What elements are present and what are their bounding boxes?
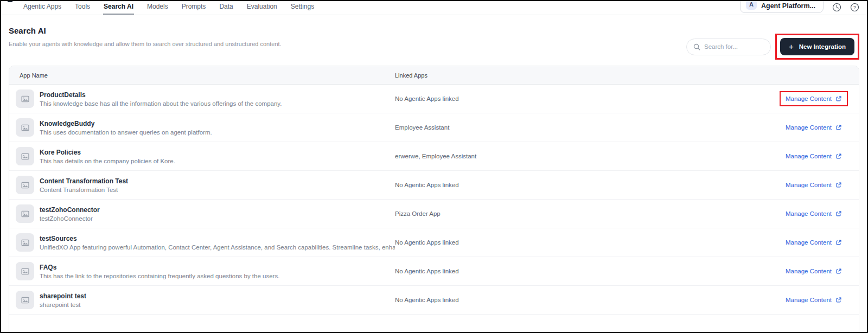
search-icon — [693, 43, 700, 50]
manage-content-link[interactable]: Manage Content — [786, 182, 842, 188]
table-row: Content Transformation Test Content Tran… — [9, 171, 859, 200]
app-name: KnowledgeBuddy — [40, 120, 212, 127]
external-link-icon — [835, 153, 842, 159]
linked-apps-value: No Agentic Apps linked — [395, 95, 737, 102]
manage-content-link[interactable]: Manage Content — [786, 239, 842, 246]
plus-icon: + — [789, 42, 794, 50]
table-row: testZohoConnector testZohoConnector Pizz… — [9, 200, 859, 228]
cropped-ui-fragment — [8, 0, 12, 2]
external-link-icon — [835, 297, 842, 303]
image-placeholder-icon — [16, 89, 34, 108]
app-description: sharepoint test — [40, 302, 86, 308]
manage-content-wrap: Manage Content — [786, 268, 842, 274]
search-box — [686, 39, 771, 55]
app-description: This has details on the company policies… — [40, 158, 175, 164]
manage-content-wrap: Manage Content — [786, 182, 842, 188]
image-placeholder-icon — [16, 204, 34, 223]
external-link-icon — [835, 210, 842, 217]
manage-content-wrap: Manage Content — [786, 297, 842, 303]
svg-text:?: ? — [853, 5, 856, 10]
avatar: A — [746, 0, 757, 10]
linked-apps-value: erwerwe, Employee Assistant — [395, 153, 737, 159]
tab-tools[interactable]: Tools — [74, 0, 91, 15]
linked-apps-value: No Agentic Apps linked — [395, 297, 737, 303]
linked-apps-value: No Agentic Apps linked — [395, 239, 737, 246]
top-navigation: Agentic Apps Tools Search AI Models Prom… — [0, 0, 868, 15]
app-name: FAQs — [40, 264, 279, 271]
nav-tabs: Agentic Apps Tools Search AI Models Prom… — [23, 0, 315, 15]
linked-apps-value: No Agentic Apps linked — [395, 268, 737, 274]
manage-content-wrap: Manage Content — [780, 91, 848, 106]
external-link-icon — [835, 239, 842, 246]
image-placeholder-icon — [16, 262, 34, 280]
manage-content-wrap: Manage Content — [786, 239, 842, 246]
external-link-icon — [835, 182, 842, 188]
manage-content-link[interactable]: Manage Content — [786, 297, 842, 303]
app-name: testSources — [40, 235, 395, 242]
tab-agentic-apps[interactable]: Agentic Apps — [23, 0, 62, 15]
linked-apps-value: No Agentic Apps linked — [395, 182, 737, 188]
manage-content-link[interactable]: Manage Content — [786, 124, 842, 131]
account-label: Agent Platform... — [761, 2, 815, 10]
external-link-icon — [835, 268, 842, 274]
app-description: This has the link to the repositories co… — [40, 273, 279, 279]
history-clock-icon[interactable] — [832, 3, 841, 14]
table-row: testSources UnifiedXO App featuring powe… — [9, 228, 859, 257]
annotation-box-new-integration: + New Integration — [775, 34, 859, 60]
manage-content-link[interactable]: Manage Content — [786, 95, 842, 102]
external-link-icon — [835, 95, 842, 102]
tab-data[interactable]: Data — [219, 0, 233, 15]
app-name: ProductDetails — [40, 91, 282, 99]
external-link-icon — [835, 124, 842, 131]
app-name: Content Transformation Test — [40, 177, 128, 185]
tab-settings[interactable]: Settings — [290, 0, 315, 15]
integrations-table: App Name Linked Apps ProductDetails This… — [9, 66, 859, 333]
tab-evaluation[interactable]: Evaluation — [246, 0, 278, 15]
linked-apps-value: Employee Assistant — [395, 124, 737, 131]
table-header: App Name Linked Apps — [9, 66, 859, 85]
app-description: This uses documentation to answer querie… — [40, 129, 212, 136]
app-description: This knowledge base has all the informat… — [40, 100, 282, 107]
image-placeholder-icon — [16, 147, 34, 165]
table-row: KnowledgeBuddy This uses documentation t… — [9, 113, 859, 142]
app-description: testZohoConnector — [40, 215, 100, 222]
column-linked-apps: Linked Apps — [395, 72, 737, 79]
image-placeholder-icon — [16, 118, 34, 137]
table-row: ProductDetails This knowledge base has a… — [9, 85, 859, 113]
manage-content-wrap: Manage Content — [786, 153, 842, 159]
manage-content-link[interactable]: Manage Content — [786, 210, 842, 217]
image-placeholder-icon — [16, 233, 34, 252]
image-placeholder-icon — [16, 176, 34, 194]
app-name: sharepoint test — [40, 292, 86, 300]
app-description: UnifiedXO App featuring powerful Automat… — [40, 244, 395, 251]
account-switcher[interactable]: A Agent Platform... — [740, 0, 824, 13]
manage-content-wrap: Manage Content — [786, 210, 842, 217]
app-name: testZohoConnector — [40, 206, 100, 214]
table-row: sharepoint test sharepoint test No Agent… — [9, 286, 859, 315]
app-name: Kore Policies — [40, 149, 175, 156]
tab-search-ai[interactable]: Search AI — [103, 0, 134, 15]
manage-content-link[interactable]: Manage Content — [786, 268, 842, 274]
table-row: Kore Policies This has details on the co… — [9, 142, 859, 171]
table-row: FAQs This has the link to the repositori… — [9, 257, 859, 286]
app-description: Content Transformation Test — [40, 187, 128, 193]
image-placeholder-icon — [16, 291, 34, 309]
table-body: ProductDetails This knowledge base has a… — [9, 85, 859, 315]
search-input[interactable] — [704, 43, 764, 50]
help-icon[interactable]: ? — [850, 3, 859, 14]
tab-models[interactable]: Models — [146, 0, 169, 15]
manage-content-link[interactable]: Manage Content — [786, 153, 842, 159]
manage-content-wrap: Manage Content — [786, 124, 842, 131]
column-app-name: App Name — [9, 72, 395, 79]
linked-apps-value: Pizza Order App — [395, 210, 737, 217]
new-integration-button[interactable]: + New Integration — [780, 38, 854, 55]
tab-prompts[interactable]: Prompts — [181, 0, 207, 15]
